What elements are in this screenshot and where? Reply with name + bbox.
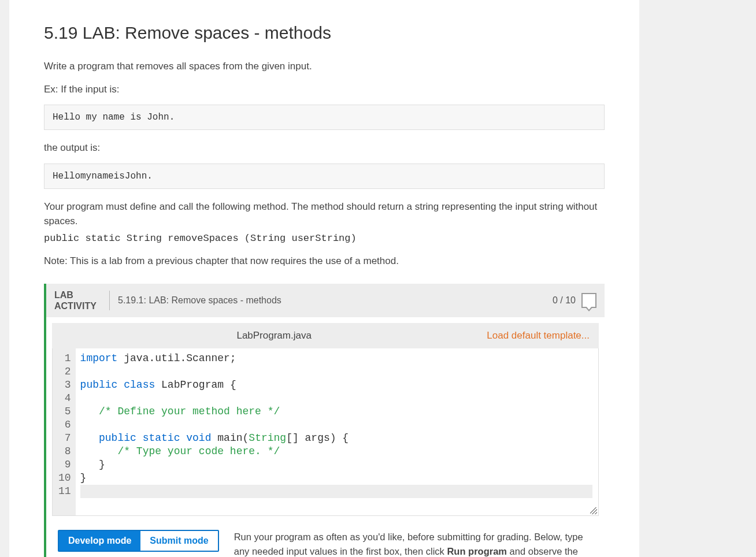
lab-activity-tag: LAB ACTIVITY bbox=[54, 289, 109, 311]
code-area[interactable]: import java.util.Scanner; public class L… bbox=[76, 348, 598, 515]
intro-text: Write a program that removes all spaces … bbox=[44, 59, 605, 74]
example-input-label: Ex: If the input is: bbox=[44, 82, 605, 97]
lab-header: LAB ACTIVITY 5.19.1: LAB: Remove spaces … bbox=[46, 284, 605, 317]
mode-toggle: Develop mode Submit mode bbox=[58, 530, 219, 552]
method-signature: public static String removeSpaces (Strin… bbox=[44, 231, 605, 246]
example-output-box: HellomynameisJohn. bbox=[44, 164, 605, 189]
line-number-gutter: 1234567891011 bbox=[53, 348, 76, 515]
divider bbox=[109, 291, 110, 310]
submit-mode-button[interactable]: Submit mode bbox=[140, 531, 217, 551]
code-editor[interactable]: 1234567891011 import java.util.Scanner; … bbox=[52, 348, 599, 516]
page-title: 5.19 LAB: Remove spaces - methods bbox=[44, 23, 605, 43]
lab-score: 0 / 10 bbox=[553, 295, 576, 306]
lab-activity-title: 5.19.1: LAB: Remove spaces - methods bbox=[118, 295, 553, 306]
mode-row: Develop mode Submit mode Run your progra… bbox=[52, 516, 599, 557]
lab-page: 5.19 LAB: Remove spaces - methods Write … bbox=[9, 0, 639, 557]
lab-activity-panel: LAB ACTIVITY 5.19.1: LAB: Remove spaces … bbox=[44, 284, 605, 558]
resize-handle-icon[interactable] bbox=[590, 507, 597, 514]
develop-mode-button[interactable]: Develop mode bbox=[59, 531, 140, 551]
mode-description: Run your program as often as you'd like,… bbox=[234, 530, 593, 557]
file-name: LabProgram.java bbox=[61, 330, 487, 341]
editor-wrap: LabProgram.java Load default template...… bbox=[46, 317, 605, 557]
example-input-box: Hello my name is John. bbox=[44, 105, 605, 130]
example-output-label: the output is: bbox=[44, 140, 605, 155]
load-default-template-link[interactable]: Load default template... bbox=[487, 330, 590, 341]
note-text: Note: This is a lab from a previous chap… bbox=[44, 254, 605, 269]
badge-icon bbox=[581, 293, 596, 308]
method-description: Your program must define and call the fo… bbox=[44, 199, 605, 229]
file-bar: LabProgram.java Load default template... bbox=[52, 323, 599, 348]
